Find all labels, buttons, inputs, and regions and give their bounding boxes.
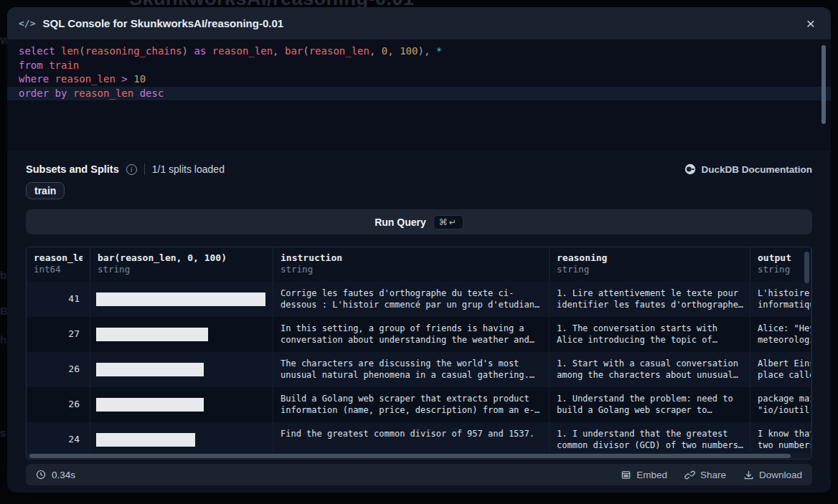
splits-status: 1/1 splits loaded <box>152 163 225 175</box>
column-type: string <box>281 264 542 275</box>
background-fragment: b <box>0 269 7 281</box>
cell-output: package main "io/ioutil" " <box>750 387 811 422</box>
column-header-bar: bar(reason_len, 0, 100)string <box>90 247 273 282</box>
code-token <box>375 45 381 57</box>
footer-actions: EmbedShareDownload <box>621 470 802 480</box>
code-token: ( <box>79 45 85 57</box>
run-query-button[interactable]: Run Query ⌘↵ <box>26 209 812 234</box>
code-token <box>49 87 55 99</box>
code-token: len <box>61 45 79 57</box>
code-token: from <box>19 60 43 71</box>
table-header-row: reason_lenint64bar(reason_len, 0, 100)st… <box>27 247 811 282</box>
info-icon[interactable]: i <box>126 164 137 175</box>
cell-reasoning: 1. I understand that the greatest common… <box>550 422 750 455</box>
cell-instruction: Corrige les fautes d'orthographe du text… <box>273 282 550 317</box>
code-token: ) <box>182 45 188 57</box>
embed-button[interactable]: Embed <box>621 470 667 480</box>
embed-label: Embed <box>636 470 667 480</box>
cell-reason-len: 41 <box>27 282 90 317</box>
table-row: 26The characters are discussing the worl… <box>27 352 811 387</box>
code-token: by <box>55 87 67 99</box>
duckdb-logo-icon <box>684 163 696 175</box>
horizontal-scrollbar-thumb[interactable] <box>29 454 791 458</box>
column-header-output: outputstring <box>750 247 811 282</box>
keyboard-shortcut-badge: ⌘↵ <box>433 215 463 229</box>
code-line: where reason_len > 10 <box>7 72 831 87</box>
code-token <box>394 45 400 57</box>
split-chip-train[interactable]: train <box>26 182 65 199</box>
clock-icon <box>36 470 46 480</box>
code-token: reasoning_chains <box>85 45 182 57</box>
cell-bar <box>90 387 273 422</box>
code-token: ( <box>303 45 309 57</box>
code-token: 100 <box>400 45 418 57</box>
code-token: desc <box>140 87 164 99</box>
query-timer: 0.34s <box>36 470 75 480</box>
share-button[interactable]: Share <box>684 470 726 480</box>
table-horizontal-scrollbar[interactable] <box>27 453 811 459</box>
code-token <box>133 87 139 99</box>
cell-reason-len: 26 <box>27 352 90 387</box>
code-token <box>67 87 72 99</box>
download-button[interactable]: Download <box>743 470 802 480</box>
code-token: select <box>19 45 55 57</box>
bar-visualization <box>96 363 204 376</box>
code-line: from train <box>7 59 831 73</box>
table-row: 27In this setting, a group of friends is… <box>27 317 811 352</box>
cell-bar <box>90 282 273 317</box>
embed-icon <box>621 470 631 480</box>
code-token: where <box>19 73 49 85</box>
code-token: reason_len <box>55 73 116 85</box>
download-label: Download <box>759 470 802 480</box>
code-token <box>279 45 285 57</box>
subsets-heading: Subsets and Splits <box>26 163 119 175</box>
column-header-reasoning: reasoningstring <box>550 247 750 282</box>
share-icon <box>684 470 695 480</box>
sql-code: select len(reasoning_chains) as reason_l… <box>7 44 831 100</box>
table-vertical-scrollbar[interactable] <box>804 252 809 283</box>
divider <box>144 163 145 175</box>
cell-reasoning: 1. Start with a casual conversation amon… <box>550 352 750 387</box>
sql-editor[interactable]: select len(reasoning_chains) as reason_l… <box>7 39 831 151</box>
cell-reasoning: 1. The conversation starts with Alice in… <box>550 317 750 352</box>
cell-reason-len: 27 <box>27 317 90 352</box>
code-token <box>128 73 133 85</box>
cell-reasoning: 1. Understand the problem: need to build… <box>550 387 750 422</box>
background-fragment: s <box>0 427 7 439</box>
code-token: , <box>387 45 393 57</box>
cell-instruction: The characters are discussing the world'… <box>273 352 550 387</box>
code-line: order by reason_len desc <box>7 87 831 101</box>
code-token: as <box>194 45 206 57</box>
background-fragment: W <box>0 34 7 47</box>
splits-chips: train <box>26 182 812 199</box>
results-table: reason_lenint64bar(reason_len, 0, 100)st… <box>26 247 812 460</box>
cell-reason-len: 24 <box>27 422 90 455</box>
code-token <box>55 45 61 57</box>
cell-bar <box>90 352 273 387</box>
editor-vertical-scrollbar[interactable] <box>821 45 826 124</box>
column-name: output <box>758 252 804 263</box>
column-type: string <box>557 264 743 275</box>
cell-output: Alice: "Hey g meteorologist <box>750 317 811 352</box>
background-fragment: B <box>0 305 7 317</box>
table-row: 26Build a Golang web scraper that extrac… <box>27 387 811 422</box>
column-name: instruction <box>281 252 542 263</box>
cell-output: Albert Einste place called <box>750 352 811 387</box>
modal-footer: 0.34s EmbedShareDownload <box>26 464 812 485</box>
close-icon[interactable]: × <box>802 14 819 32</box>
duckdb-documentation-link[interactable]: DuckDB Documentation <box>684 163 812 175</box>
column-type: string <box>758 264 804 275</box>
bar-visualization <box>96 328 208 341</box>
bar-visualization <box>96 433 195 447</box>
subsets-row: Subsets and Splits i 1/1 splits loaded D… <box>26 163 812 175</box>
modal-body: Subsets and Splits i 1/1 splits loaded D… <box>7 151 831 460</box>
sql-console-modal: </> SQL Console for SkunkworksAI/reasoni… <box>7 7 831 493</box>
modal-title: SQL Console for SkunkworksAI/reasoning-0… <box>42 17 794 29</box>
cell-instruction: Find the greatest common divisor of 957 … <box>273 422 550 455</box>
code-token: reason_len <box>212 45 273 57</box>
run-query-label: Run Query <box>375 217 426 228</box>
code-token: order <box>19 87 49 99</box>
code-token: ), <box>418 45 430 57</box>
code-token: * <box>436 45 442 57</box>
cell-reasoning: 1. Lire attentivement le texte pour iden… <box>550 282 750 317</box>
